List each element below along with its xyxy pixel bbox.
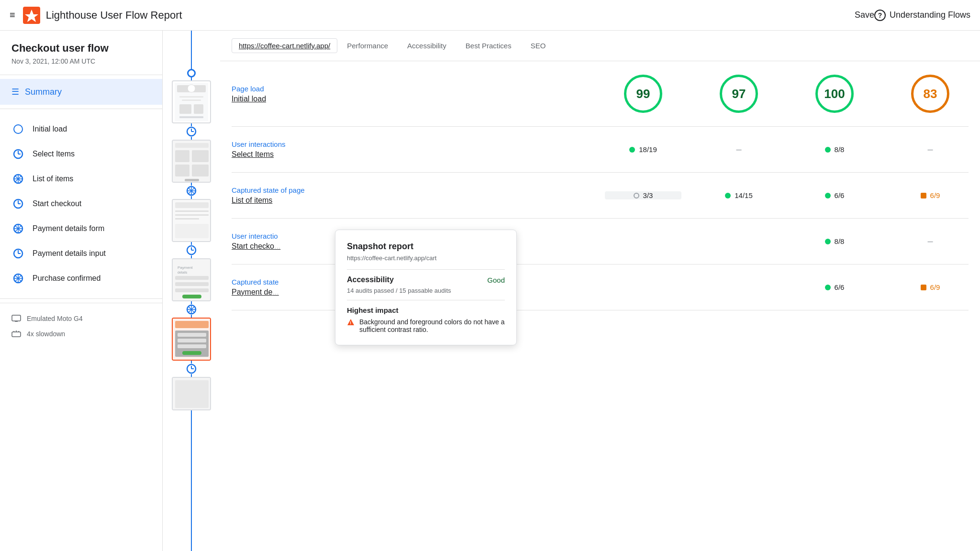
timeline-node-snowflake [186,186,197,196]
timeline: Payment details [163,31,220,551]
badge-dot-green [725,193,731,198]
timeline-node-circle [187,69,196,77]
svg-rect-58 [175,210,209,212]
timeline-thumb-5[interactable] [172,318,211,361]
sidebar-step-list-items[interactable]: List of items [0,166,162,191]
step-icon-snowflake [11,172,25,186]
thumb-svg-5 [173,319,211,361]
sidebar-step-payment-form[interactable]: Payment details form [0,216,162,241]
step-label: Purchase confirmed [33,274,100,283]
device-icon [11,315,21,322]
score-label-col: Captured state of page List of items [232,186,366,205]
score-badge-6-6b: 6/6 [825,283,845,291]
svg-rect-47 [192,150,209,162]
score-cell-seo: 83 [892,75,969,113]
score-badge-3-3: 3/3 [634,191,653,199]
svg-rect-59 [175,214,209,216]
timeline-thumb-1[interactable] [172,80,211,123]
sidebar-step-initial-load[interactable]: Initial load [0,117,162,142]
score-name[interactable]: Select Items [232,150,366,159]
svg-text:Payment: Payment [178,265,193,270]
svg-rect-80 [178,333,206,337]
sidebar: Checkout user flow Nov 3, 2021, 12:00 AM… [0,31,163,551]
score-badge-8-8b: 8/8 [825,237,845,245]
tab-accessibility[interactable]: Accessibility [407,42,446,50]
help-section[interactable]: ? Understanding Flows [874,10,970,21]
warning-icon: ! [347,319,355,326]
slowdown-info: 4x slowdown [11,326,151,342]
content-header: https://coffee-cart.netlify.app/ Perform… [220,31,980,61]
badge-dot-green [825,239,831,244]
timeline-item-3 [172,186,211,245]
menu-icon[interactable]: ≡ [10,10,15,21]
badge-value: 6/6 [835,283,845,291]
save-button[interactable]: Save [855,10,874,20]
step-icon-clock [11,147,25,161]
score-name[interactable]: Initial load [232,95,366,103]
svg-rect-36 [179,96,203,98]
tooltip-url: https://coffee-cart.netlify.app/cart [347,254,505,262]
flow-title: Checkout user flow [11,42,151,55]
timeline-item-2 [172,126,211,186]
timeline-thumb-4[interactable]: Payment details [172,258,211,301]
lighthouse-logo [23,7,40,24]
tooltip-metric-value: Good [487,276,505,284]
timeline-item-6 [172,364,211,413]
thumb-svg-6 [173,378,211,410]
help-icon: ? [874,10,886,21]
tooltip-divider2 [347,300,505,300]
svg-rect-78 [175,321,209,328]
score-dash: – [736,144,741,155]
flow-date: Nov 3, 2021, 12:00 AM UTC [11,57,151,65]
svg-rect-68 [175,276,209,280]
thumb-svg-1 [175,83,208,121]
score-row-initial-load: Page load Initial load 99 97 [232,61,969,127]
score-name[interactable]: List of items [232,196,366,205]
timeline-item-1 [172,69,211,126]
sidebar-step-select-items[interactable]: Select Items [0,142,162,166]
site-url[interactable]: https://coffee-cart.netlify.app/ [232,38,337,53]
badge-square-orange2 [921,285,926,290]
score-metrics: 3/3 14/15 6/6 [366,191,969,199]
sidebar-footer-divider [0,298,162,299]
score-row-select-items: User interactions Select Items 18/19 – [232,127,969,173]
timeline-thumb-2[interactable] [172,140,211,183]
badge-value: 8/8 [835,145,845,154]
timeline-thumb-3[interactable] [172,199,211,242]
svg-rect-40 [179,116,203,118]
svg-rect-82 [178,344,206,348]
sidebar-step-payment-input[interactable]: Payment details input [0,241,162,266]
tab-performance[interactable]: Performance [347,42,388,50]
tab-seo[interactable]: SEO [531,42,546,50]
timeline-thumb-6[interactable] [172,377,211,410]
sidebar-step-purchase[interactable]: Purchase confirmed [0,266,162,291]
content-tabs: Performance Accessibility Best Practices… [347,42,546,50]
score-row-list-items: Captured state of page List of items 3/3… [232,173,969,219]
step-icon-snowflake2 [11,222,25,235]
tab-best-practices[interactable]: Best Practices [466,42,512,50]
tooltip-metric-sub: 14 audits passed / 15 passable audits [347,287,505,294]
score-metrics: 99 97 100 83 [366,75,969,113]
score-cell-acc: 14/15 [701,191,777,199]
sidebar-item-summary[interactable]: ☰ Summary [0,79,162,105]
topbar: ≡ Lighthouse User Flow Report Save ? Und… [0,0,980,31]
tooltip-divider [347,269,505,270]
score-metrics: 18/19 – 8/8 – [366,144,969,155]
sidebar-header: Checkout user flow Nov 3, 2021, 12:00 AM… [0,42,162,75]
device-label: Emulated Moto G4 [27,315,83,322]
step-label: List of items [33,175,73,183]
help-label: Understanding Flows [890,10,970,20]
sidebar-step-start-checkout[interactable]: Start checkout [0,191,162,216]
badge-value: 6/6 [835,191,845,199]
snowflake-icon [13,273,23,284]
step-icon-snowflake3 [11,272,25,285]
svg-rect-83 [182,351,201,355]
step-icon-clock2 [11,197,25,210]
score-category: Page load [232,85,366,93]
score-cell-bp: 8/8 [796,237,873,245]
svg-rect-26 [12,315,21,321]
speed-icon [11,330,21,338]
svg-rect-69 [175,282,209,286]
score-dash: – [927,236,933,247]
score-cell-bp: 8/8 [796,145,873,154]
